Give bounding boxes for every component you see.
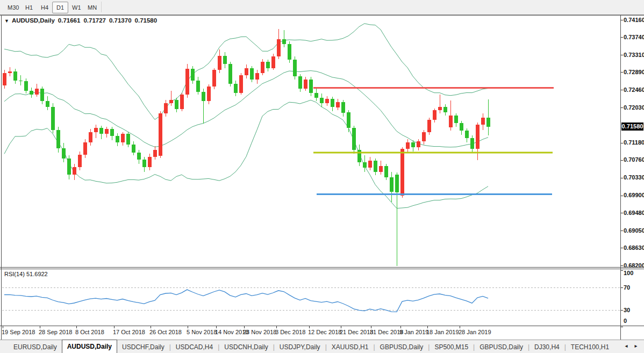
candle: [40, 87, 44, 104]
rsi-axis-label: 0: [624, 318, 627, 324]
bollinger-upper-band: [4, 24, 488, 120]
candle: [400, 147, 404, 198]
candle: [454, 113, 458, 127]
candle: [99, 126, 103, 139]
candle: [245, 64, 248, 78]
date-axis-label: 17 Oct 2018: [113, 329, 145, 335]
candle: [320, 93, 324, 107]
candle: [309, 77, 313, 96]
candle: [19, 75, 23, 85]
candle: [67, 155, 71, 179]
candle: [153, 146, 157, 160]
candle: [481, 113, 485, 130]
candle: [132, 141, 135, 155]
candle: [470, 135, 474, 152]
candle: [390, 172, 393, 202]
candle: [422, 130, 426, 145]
price-axis-label: 0.70760: [624, 156, 644, 163]
tab-eurusd-daily[interactable]: EURUSD,Daily: [9, 341, 62, 353]
tab-gbpusd-daily[interactable]: GBPUSD,Daily: [475, 341, 528, 353]
candle: [271, 54, 275, 70]
tab-dj30-h4[interactable]: DJ30,H4: [529, 341, 564, 353]
candle: [51, 103, 55, 133]
candle: [261, 59, 264, 76]
tab-gbpusd-daily[interactable]: GBPUSD,Daily: [375, 341, 428, 353]
tab-scroll-left-icon[interactable]: ◂: [622, 343, 630, 349]
candlestick-series: [3, 29, 490, 266]
price-axis-label: 0.73740: [624, 34, 644, 41]
candle: [411, 140, 415, 152]
candle: [175, 98, 178, 113]
candle: [465, 128, 469, 142]
candle: [137, 150, 141, 164]
price-axis-label: 0.68630: [624, 244, 644, 251]
candle: [476, 123, 480, 161]
candle: [185, 64, 189, 98]
candle: [218, 49, 221, 73]
candle: [417, 139, 420, 151]
price-axis-label: 0.72460: [624, 87, 644, 93]
candle: [486, 99, 490, 135]
tab-usdjpy-daily[interactable]: USDJPY,Daily: [275, 341, 325, 353]
candle: [314, 88, 318, 101]
candle: [228, 62, 232, 87]
date-axis-label: 28 Sep 2018: [39, 329, 72, 335]
tab-sp500-m15[interactable]: SP500,M15: [430, 341, 473, 353]
candle: [121, 132, 125, 146]
date-axis-label: 9 Jan 2019: [399, 329, 428, 335]
rsi-value: 51.6922: [26, 271, 48, 277]
tab-usdcad-h4[interactable]: USDCAD,H4: [171, 341, 218, 353]
current-price-label: 0.71580: [621, 123, 643, 131]
chart-tab-bar: EURUSD,DailyAUDUSD,DailyUSDCHF,Daily|USD…: [0, 340, 644, 353]
pane-splitter-bottom: [0, 269, 644, 269]
candle: [341, 100, 345, 117]
date-axis-label: 26 Oct 2018: [149, 329, 182, 335]
price-axis-label: 0.69050: [624, 227, 644, 234]
pane-splitter-top[interactable]: [0, 267, 644, 268]
candle: [443, 104, 447, 116]
timeframe-button-mn[interactable]: MN: [83, 2, 101, 13]
timeframe-button-h1[interactable]: H1: [21, 2, 37, 13]
candle: [427, 118, 431, 135]
chart-title: ▼AUDUSD,Daily0.716610.717270.713700.7158…: [4, 17, 157, 24]
tab-scroll-right-icon[interactable]: ▸: [632, 343, 640, 349]
date-axis-label: 12 Dec 2018: [308, 329, 341, 335]
candle: [374, 159, 377, 175]
candle: [169, 91, 173, 106]
candle: [331, 97, 334, 111]
tab-audusd-daily[interactable]: AUDUSD,Daily: [62, 340, 117, 353]
candle: [449, 100, 453, 131]
tab-usdchf-daily[interactable]: USDCHF,Daily: [117, 341, 169, 353]
candle: [191, 66, 195, 84]
candle: [304, 77, 307, 90]
timeframe-button-m30[interactable]: M30: [3, 2, 23, 13]
candle: [207, 84, 211, 104]
date-axis-label: 8 Oct 2018: [75, 329, 104, 335]
timeframe-button-d1[interactable]: D1: [52, 2, 68, 13]
rsi-axis-label: 30: [624, 307, 630, 313]
candle: [460, 121, 463, 135]
candle: [116, 133, 119, 146]
candle: [148, 154, 152, 170]
price-axis-label: 0.71180: [624, 139, 644, 146]
chart-canvas: [0, 0, 644, 353]
chart-top-border: [0, 15, 644, 16]
toolbar-separator: [101, 2, 102, 12]
rsi-indicator-label: RSI(14) 51.6922: [4, 271, 48, 277]
timeframe-button-h4[interactable]: H4: [37, 2, 53, 13]
tab-usdcnh-daily[interactable]: USDCNH,Daily: [219, 341, 273, 353]
candle: [298, 74, 302, 92]
candle: [234, 81, 238, 96]
tab-tech100-h1[interactable]: TECH100,H1: [566, 341, 614, 353]
tab-xauusd-h1[interactable]: XAUUSD,H1: [327, 341, 374, 353]
candle: [62, 143, 66, 162]
candle: [336, 99, 340, 110]
candle: [277, 29, 281, 59]
timeframe-button-w1[interactable]: W1: [68, 2, 85, 13]
date-axis-label: 5 Nov 2018: [187, 329, 217, 335]
candle: [250, 66, 254, 83]
timeframe-toolbar: M30H1H4D1W1MN: [0, 0, 644, 15]
symbol-dropdown-icon[interactable]: ▼: [4, 18, 9, 24]
bollinger-middle-band: [4, 71, 488, 147]
tab-list: EURUSD,DailyAUDUSD,DailyUSDCHF,Daily|USD…: [9, 340, 614, 353]
